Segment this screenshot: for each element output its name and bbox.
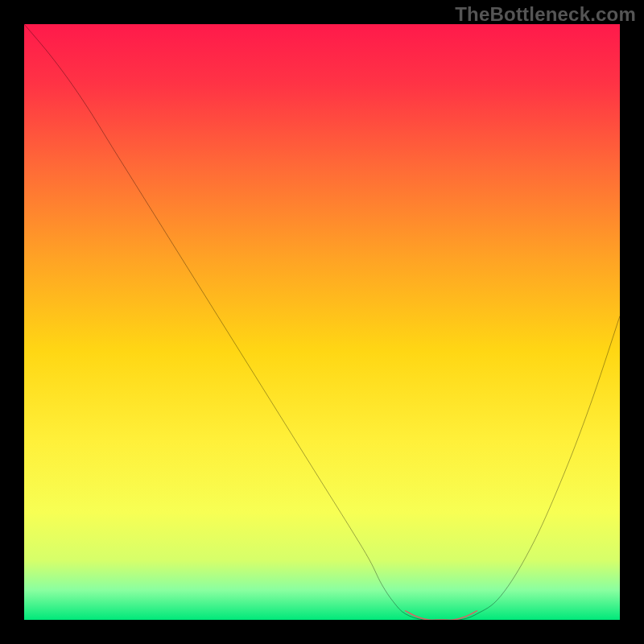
bottleneck-curve bbox=[24, 24, 620, 620]
watermark-text: TheBottleneck.com bbox=[455, 3, 636, 26]
chart-frame: TheBottleneck.com bbox=[0, 0, 644, 644]
chart-svg bbox=[24, 24, 620, 620]
plot-area bbox=[24, 24, 620, 620]
